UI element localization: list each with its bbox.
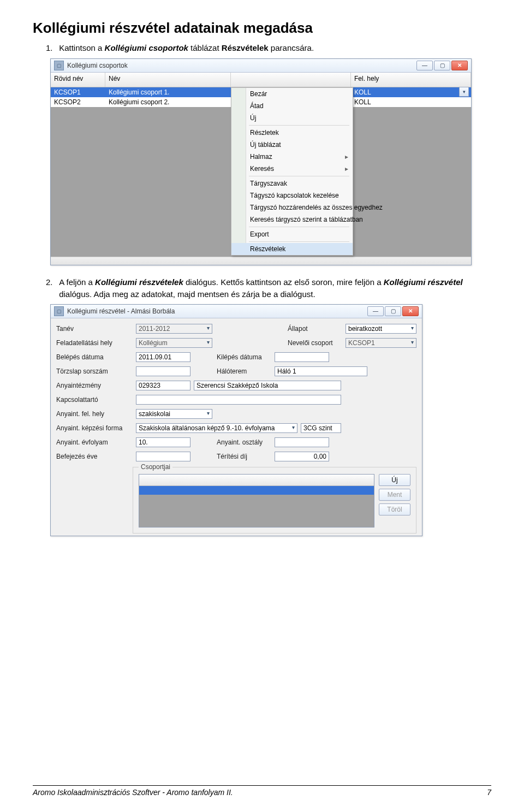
input-anyaevf[interactable]: 10.: [136, 437, 190, 447]
csoportjai-list[interactable]: [139, 474, 374, 527]
close-button[interactable]: ✕: [402, 306, 419, 316]
maximize-button[interactable]: ▢: [385, 306, 401, 316]
input-terdij[interactable]: 0,00: [275, 452, 329, 461]
titlebar: ▢ Kollégiumi csoportok — ▢ ✕: [51, 59, 471, 73]
window-title: Kollégiumi csoportok: [67, 62, 416, 69]
menu-reszvetelek[interactable]: Részvételek: [231, 243, 353, 255]
step-number-1: 1.: [46, 42, 57, 54]
col-fel-hely[interactable]: Fel. hely: [351, 73, 471, 87]
footer-left: Aromo Iskolaadminisztrációs Szoftver - A…: [33, 788, 233, 797]
menu-export[interactable]: Export: [231, 228, 353, 240]
step-1-text: Kattintson a Kollégiumi csoportok tábláz…: [59, 42, 485, 54]
input-kepzforma[interactable]: Szakiskola általánosan képző 9.-10. évfo…: [136, 423, 297, 433]
menu-halmaz[interactable]: Halmaz: [231, 151, 353, 163]
input-torzslap[interactable]: [136, 366, 190, 376]
window-kollegiumi-reszvetel: ▢ Kollégiumi részvétel - Almási Borbála …: [50, 304, 422, 536]
maximize-button[interactable]: ▢: [434, 61, 450, 70]
label-tanev: Tanév: [56, 325, 133, 333]
context-menu: Bezár Átad Új Részletek Új táblázat Halm…: [231, 87, 353, 256]
label-torzslap: Törzslap sorszám: [56, 368, 133, 375]
label-kapcs: Kapcsolattartó: [56, 396, 133, 404]
label-anyaevf: Anyaint. évfolyam: [56, 438, 133, 446]
col-rovid-nev[interactable]: Rövid név: [51, 73, 105, 87]
torol-button[interactable]: Töröl: [379, 503, 410, 515]
menu-kereses[interactable]: Keresés: [231, 163, 353, 175]
col-nev[interactable]: Név: [105, 73, 231, 87]
input-allapot[interactable]: beiratkozott: [346, 324, 416, 334]
label-anyaintfh: Anyaint. fel. hely: [56, 410, 133, 418]
menu-uj-tablazat[interactable]: Új táblázat: [231, 139, 353, 151]
menu-tagyszo-kapcsolatok[interactable]: Tágyszó kapcsolatok kezelése: [231, 189, 353, 201]
input-tanev[interactable]: 2011-2012: [136, 324, 212, 334]
list-item[interactable]: [139, 486, 374, 495]
close-button[interactable]: ✕: [451, 61, 468, 70]
groupbox-legend: Csoportjai: [139, 463, 172, 471]
uj-button[interactable]: Új: [379, 474, 410, 486]
step-number-2: 2.: [46, 276, 57, 288]
input-nevcsop[interactable]: KCSOP1: [346, 338, 416, 348]
input-anyaint-nev[interactable]: Szerencsi Szakképző Iskola: [194, 381, 341, 390]
label-anyaint: Anyaintézmény: [56, 382, 133, 389]
label-kilep: Kilépés dátuma: [217, 353, 271, 361]
menu-atad[interactable]: Átad: [231, 100, 353, 112]
step-2-text: A feljön a Kollégiumi részvételek dialóg…: [59, 276, 485, 300]
window-title: Kollégiumi részvétel - Almási Borbála: [67, 307, 367, 315]
label-befev: Befejezés éve: [56, 453, 133, 460]
input-befev[interactable]: [136, 452, 190, 461]
table-header-row: Rövid név Név Fel. hely: [51, 73, 471, 87]
menu-reszletek[interactable]: Részletek: [231, 127, 353, 139]
menu-kereses-targyszo[interactable]: Keresés tárgyszó szerint a táblázatban: [231, 214, 353, 226]
input-haloterem[interactable]: Háló 1: [275, 366, 367, 376]
window-icon: ▢: [54, 306, 64, 316]
input-anyaintfh[interactable]: szakiskolai: [136, 409, 212, 419]
label-terdij: Térítési díj: [217, 453, 271, 460]
menu-uj[interactable]: Új: [231, 112, 353, 124]
label-allapot: Állapot: [288, 325, 342, 333]
col-empty[interactable]: [231, 73, 351, 87]
menu-bezar[interactable]: Bezár: [231, 88, 353, 100]
input-felhely[interactable]: Kollégium: [136, 338, 212, 348]
menu-targyszo-hozzarendeles[interactable]: Tárgyszó hozzárendelés az összes egyedhe…: [231, 201, 353, 214]
label-felhely: Feladatellátási hely: [56, 339, 133, 347]
minimize-button[interactable]: —: [367, 306, 384, 316]
label-kepzforma: Anyaint. képzési forma: [56, 424, 133, 432]
label-anyaoszt: Anyaint. osztály: [217, 438, 271, 446]
input-szint[interactable]: 3CG szint: [301, 423, 341, 433]
groupbox-csoportjai: Csoportjai Új Ment Töröl: [133, 467, 416, 534]
label-haloterem: Hálóterem: [217, 368, 271, 375]
footer-page-number: 7: [487, 788, 491, 797]
chevron-down-icon[interactable]: ▾: [459, 87, 469, 97]
input-anyaoszt[interactable]: [275, 437, 329, 447]
menu-targyszavak[interactable]: Tárgyszavak: [231, 177, 353, 189]
input-belep[interactable]: 2011.09.01: [136, 352, 190, 362]
table-body: KCSOP1 Kollégiumi csoport 1. KOLL KCSOP2…: [51, 87, 471, 257]
ment-button[interactable]: Ment: [379, 489, 410, 501]
input-kilep[interactable]: [275, 352, 329, 362]
window-icon: ▢: [54, 61, 64, 70]
label-nevcsop: Nevelői csoport: [288, 339, 342, 347]
titlebar: ▢ Kollégiumi részvétel - Almási Borbála …: [51, 305, 422, 318]
input-anyaint-kod[interactable]: 029323: [136, 381, 190, 390]
minimize-button[interactable]: —: [416, 61, 433, 70]
input-kapcs[interactable]: [136, 395, 341, 405]
window-kollegiumi-csoportok: ▢ Kollégiumi csoportok — ▢ ✕ Rövid név N…: [50, 58, 472, 265]
page-title: Kollégiumi részvétel adatainak megadása: [33, 20, 491, 37]
label-belep: Belépés dátuma: [56, 353, 133, 361]
